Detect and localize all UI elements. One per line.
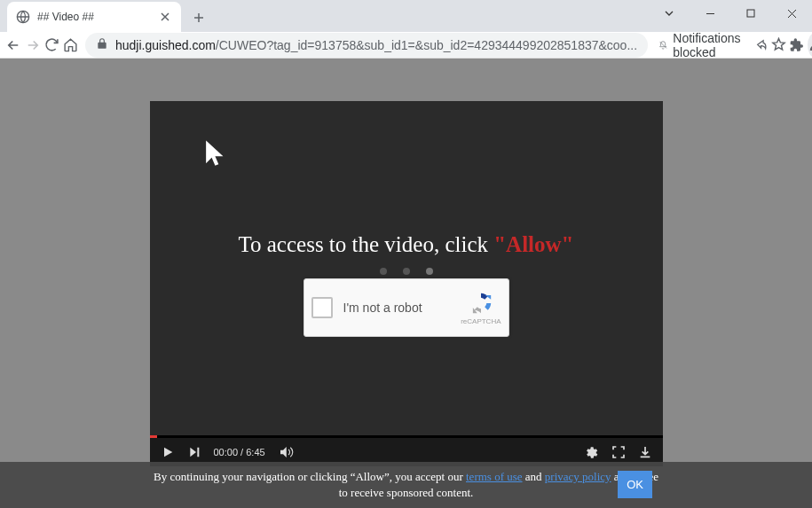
access-prompt: To access to the video, click "Allow" [150,232,663,257]
notifications-status-text: Notifications blocked [673,31,745,59]
globe-icon [16,10,30,24]
window-controls [649,0,812,27]
consent-text: By continuing your navigation or clickin… [151,469,661,501]
svg-rect-1 [747,10,754,17]
recaptcha-checkbox[interactable] [311,297,333,318]
fake-cursor-icon [203,138,232,174]
reload-button[interactable] [44,33,59,58]
window-minimize-button[interactable] [690,0,730,27]
tab-close-button[interactable] [158,10,172,24]
browser-toolbar: hudji.guished.com/CUWEO?tag_id=913758&su… [0,32,812,59]
settings-button[interactable] [584,445,599,460]
back-button[interactable] [5,33,21,58]
next-button[interactable] [187,445,201,459]
prompt-prefix: To access to the video, click [239,232,494,256]
page-content: To access to the video, click "Allow" I'… [0,59,812,508]
terms-link[interactable]: terms of use [466,470,523,483]
video-time: 00:00 / 6:45 [214,447,265,457]
volume-button[interactable] [278,444,294,460]
privacy-link[interactable]: privacy policy [545,470,611,483]
loading-indicator [380,268,433,275]
recaptcha-brand: reCAPTCHA [461,317,501,325]
forward-button [25,33,41,58]
recaptcha-logo: reCAPTCHA [461,291,501,325]
address-bar[interactable]: hudji.guished.com/CUWEO?tag_id=913758&su… [85,33,648,58]
play-button[interactable] [161,445,175,459]
lock-icon [96,37,108,53]
video-player: To access to the video, click "Allow" I'… [150,101,663,466]
tab-title: ## Video ## [37,11,151,23]
url-display: hudji.guished.com/CUWEO?tag_id=913758&su… [115,38,637,52]
download-button[interactable] [638,445,652,459]
profile-button[interactable] [808,33,812,58]
home-button[interactable] [63,33,78,58]
consent-bar: By continuing your navigation or clickin… [0,462,812,508]
window-close-button[interactable] [771,0,812,27]
bell-off-icon [658,38,667,52]
recaptcha-label: I'm not a robot [343,301,461,315]
prompt-allow-word: "Allow" [493,232,573,256]
window-collapse-button[interactable] [649,0,690,27]
consent-ok-button[interactable]: OK [618,471,652,498]
bookmark-button[interactable] [771,33,786,58]
fullscreen-button[interactable] [611,445,626,459]
window-maximize-button[interactable] [730,0,771,27]
notifications-blocked-chip[interactable]: Notifications blocked [658,31,745,59]
browser-tab[interactable]: ## Video ## [7,2,181,32]
share-button[interactable] [753,33,768,58]
extensions-button[interactable] [790,33,804,58]
recaptcha-widget[interactable]: I'm not a robot reCAPTCHA [304,278,509,337]
new-tab-button[interactable] [186,5,211,30]
browser-titlebar: ## Video ## [0,0,812,32]
